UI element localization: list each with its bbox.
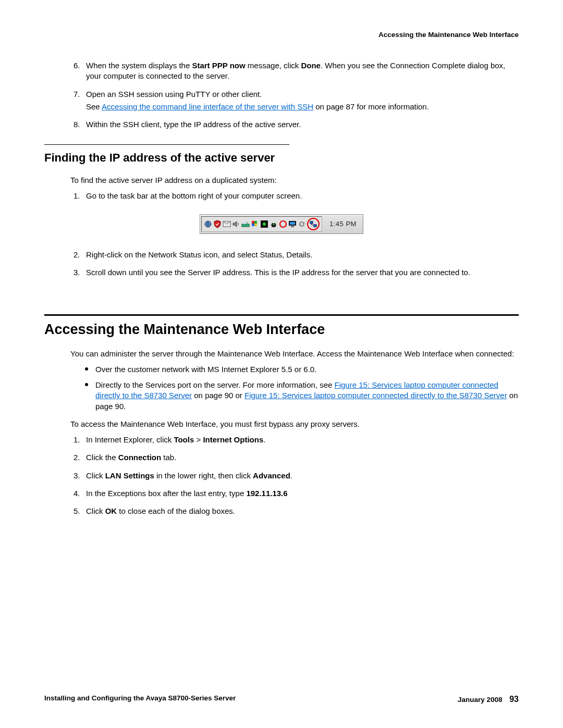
text: Click the — [86, 453, 118, 462]
bold: LAN Settings — [105, 471, 154, 480]
step-num: 2. — [74, 452, 80, 463]
taskbar-figure: s 1:45 PM — [44, 214, 519, 234]
bullet-2: Directly to the Services port on the ser… — [95, 380, 519, 412]
security-icon — [260, 220, 268, 228]
text: Click — [86, 507, 105, 515]
modem-icon: s — [241, 220, 250, 228]
step-8: 8. Within the SSH client, type the IP ad… — [86, 119, 519, 130]
step-num: 4. — [74, 488, 80, 499]
svg-rect-6 — [254, 221, 257, 224]
bold: Internet Options — [203, 435, 263, 444]
find-ip-step-3: 3. Scroll down until you see the Server … — [86, 267, 519, 278]
step-num: 1. — [74, 191, 80, 201]
footer-title: Installing and Configuring the Avaya S87… — [44, 694, 236, 705]
text: In Internet Explorer, click — [86, 435, 174, 444]
text: to close each of the dialog boxes. — [117, 507, 235, 515]
proxy-step-3: 3. Click LAN Settings in the lower right… — [86, 471, 519, 481]
network-status-icon-circled — [307, 218, 320, 230]
step-num: 7. — [74, 89, 80, 100]
svg-point-11 — [280, 221, 286, 227]
svg-rect-2 — [242, 224, 249, 227]
page-footer: Installing and Configuring the Avaya S87… — [44, 694, 519, 705]
text: Directly to the Services port on the ser… — [95, 380, 335, 389]
text: Scroll down until you see the Server IP … — [86, 268, 470, 277]
text: on page 87 for more information. — [313, 102, 429, 111]
svg-rect-16 — [314, 225, 316, 227]
mail-icon — [223, 220, 231, 228]
bold: Done — [301, 61, 321, 70]
step-num: 1. — [74, 435, 80, 445]
text: message, click — [246, 61, 301, 70]
svg-rect-5 — [252, 221, 254, 224]
running-header: Accessing the Maintenance Web Interface — [44, 30, 519, 40]
svg-rect-3 — [243, 222, 246, 224]
speaker-icon — [232, 220, 240, 228]
sync-icon — [298, 220, 306, 228]
page-number: 93 — [509, 695, 519, 704]
monitor-icon — [288, 220, 297, 228]
shield-icon — [213, 220, 222, 228]
step-7: 7. Open an SSH session using PuTTY or ot… — [86, 89, 519, 113]
text: on page 90 or — [192, 391, 244, 400]
bold: Connection — [118, 453, 162, 462]
svg-text:s: s — [247, 221, 248, 224]
footer-date: January 2008 — [458, 696, 503, 704]
heading-finding-ip: Finding the IP address of the active ser… — [44, 150, 519, 166]
text: > — [194, 435, 203, 444]
intro-text: To find the active server IP address on … — [70, 175, 519, 186]
globe-icon — [204, 220, 212, 228]
text: Go to the task bar at the bottom right o… — [86, 191, 302, 200]
bullet-1: Over the customer network with MS Intern… — [95, 364, 519, 375]
find-ip-step-2: 2. Right-click on the Network Status ico… — [86, 250, 519, 260]
proxy-step-2: 2. Click the Connection tab. — [86, 452, 519, 463]
text: Open an SSH session using PuTTY or other… — [86, 90, 262, 98]
windows-taskbar: s 1:45 PM — [200, 214, 363, 234]
bold: Tools — [174, 435, 194, 444]
svg-point-10 — [263, 223, 266, 226]
proxy-intro: To access the Maintenance Web Interface,… — [70, 419, 519, 429]
stop-icon — [279, 220, 287, 228]
svg-rect-8 — [254, 224, 257, 226]
bold: 192.11.13.6 — [246, 489, 287, 498]
flag-icon — [251, 220, 259, 228]
text: Over the customer network with MS Intern… — [95, 365, 316, 374]
text: . — [263, 435, 265, 444]
svg-rect-7 — [252, 224, 254, 226]
continued-steps: 6. When the system displays the Start PP… — [44, 60, 519, 130]
taskbar-clock: 1:45 PM — [325, 219, 362, 229]
step-num: 2. — [74, 250, 80, 260]
text: In the Exceptions box after the last ent… — [86, 489, 246, 498]
find-ip-step-1: 1. Go to the task bar at the bottom righ… — [86, 191, 519, 201]
recycle-icon — [270, 220, 278, 228]
step-num: 8. — [74, 119, 80, 130]
svg-rect-15 — [310, 221, 313, 223]
intro-text: You can administer the server through th… — [70, 349, 519, 359]
proxy-step-5: 5. Click OK to close each of the dialog … — [86, 506, 519, 516]
text: When the system displays the — [86, 61, 192, 70]
step-num: 3. — [74, 471, 80, 481]
proxy-step-1: 1. In Internet Explorer, click Tools > I… — [86, 435, 519, 445]
text: tab. — [161, 453, 176, 462]
svg-rect-14 — [291, 226, 294, 227]
text: Click — [86, 471, 105, 480]
text: . — [290, 471, 292, 480]
heading-maintenance-web: Accessing the Maintenance Web Interface — [44, 320, 519, 339]
link-ssh-access[interactable]: Accessing the command line interface of … — [102, 102, 313, 111]
step-6: 6. When the system displays the Start PP… — [86, 60, 519, 82]
step-num: 6. — [74, 60, 80, 71]
bold: Start PPP now — [192, 61, 245, 70]
section-rule-thick — [44, 314, 519, 316]
network-status-icon[interactable] — [310, 220, 317, 228]
text: Right-click on the Network Status icon, … — [86, 250, 312, 259]
bold: OK — [105, 507, 117, 515]
text: Within the SSH client, type the IP addre… — [86, 120, 301, 129]
text: See — [86, 102, 102, 111]
bold: Advanced — [253, 471, 290, 480]
text: in the lower right, then click — [154, 471, 253, 480]
step-num: 3. — [74, 267, 80, 278]
svg-rect-13 — [290, 222, 295, 225]
proxy-step-4: 4. In the Exceptions box after the last … — [86, 488, 519, 499]
link-figure-15b[interactable]: Figure 15: Services laptop computer conn… — [244, 391, 507, 400]
section-rule-short — [44, 144, 289, 145]
step-num: 5. — [74, 506, 80, 516]
